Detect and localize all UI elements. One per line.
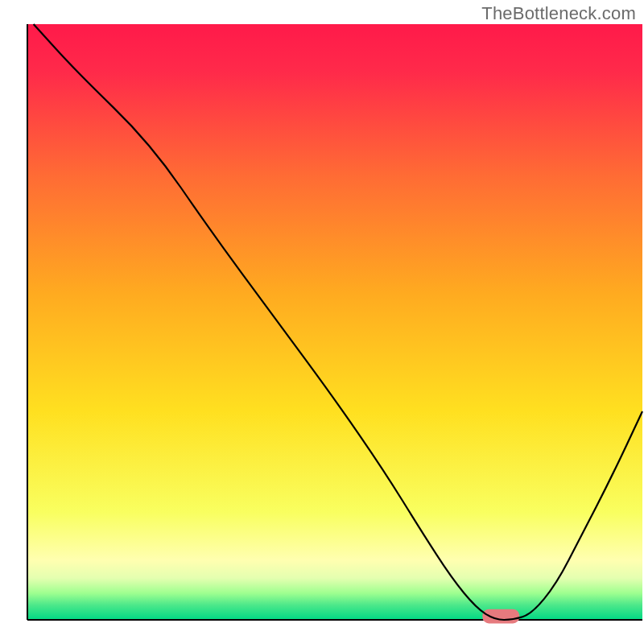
watermark-text: TheBottleneck.com xyxy=(481,3,636,24)
chart-svg xyxy=(0,0,644,644)
chart-container: TheBottleneck.com xyxy=(0,0,644,644)
